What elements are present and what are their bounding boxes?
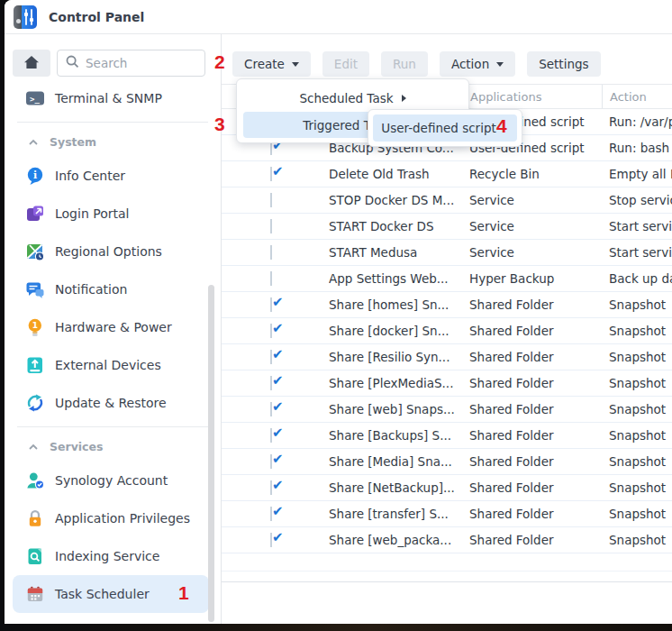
hardware-power-icon: 1	[25, 317, 45, 337]
table-row[interactable]: ✔Share [Resilio Syn...Shared FolderSnaps…	[222, 344, 672, 370]
sidebar-item-update-restore[interactable]: Update & Restore	[5, 384, 221, 422]
task-name-cell: START Medusa	[329, 245, 463, 260]
sidebar-item-terminal[interactable]: >_Terminal & SNMP	[5, 79, 221, 117]
table-row[interactable]: ✔Share [NetBackup]...Shared FolderSnapsh…	[222, 475, 672, 501]
checkmark-icon: ✔	[272, 376, 284, 389]
table-row[interactable]: START Docker DSServiceStart servic	[222, 214, 672, 240]
task-application-cell: Shared Folder	[463, 507, 602, 521]
sidebar-section-system: System	[5, 126, 221, 157]
task-checkbox[interactable]: ✔	[270, 507, 272, 521]
search-input[interactable]	[86, 56, 189, 70]
table-row[interactable]: App Settings Web...Hyper BackupBack up d…	[222, 266, 672, 292]
table-row[interactable]: ✔Share [PlexMediaS...Shared FolderSnapsh…	[222, 370, 672, 397]
terminal-icon: >_	[25, 88, 45, 108]
task-action-cell: Snapshot	[602, 376, 672, 390]
row-checkbox-cell: ✔	[222, 454, 329, 469]
toolbar-button-label: Settings	[539, 57, 588, 71]
task-checkbox[interactable]	[270, 219, 272, 233]
sidebar-item-regional-options[interactable]: Regional Options	[5, 233, 221, 270]
task-action-cell: Run: bash /	[602, 141, 672, 155]
sidebar-scrollbar-thumb[interactable]	[208, 285, 214, 622]
task-checkbox[interactable]: ✔	[270, 167, 272, 181]
task-name-cell: Share [web] Snaps...	[329, 402, 463, 416]
annotation-number-2: 2	[214, 51, 225, 73]
application-privileges-icon	[25, 508, 45, 528]
window-title: Control Panel	[49, 10, 144, 24]
create-button[interactable]: Create	[232, 51, 311, 77]
table-row[interactable]: STOP Docker DS M...ServiceStop servic	[222, 187, 672, 214]
task-checkbox[interactable]: ✔	[270, 324, 272, 338]
table-row[interactable]: ✔Share [transfer] S...Shared FolderSnaps…	[222, 501, 672, 527]
sidebar-item-external-devices[interactable]: External Devices	[5, 346, 221, 384]
home-button[interactable]	[13, 50, 50, 77]
task-action-cell: Snapshot	[602, 480, 672, 495]
window-titlebar: Control Panel	[5, 0, 672, 34]
task-action-cell: Snapshot	[602, 350, 672, 364]
column-header: Applications	[463, 85, 602, 108]
task-action-cell: Snapshot	[602, 428, 672, 443]
table-row[interactable]: ✔Share [homes] Sn...Shared FolderSnapsho…	[222, 292, 672, 318]
task-checkbox[interactable]: ✔	[270, 480, 272, 495]
checkmark-icon: ✔	[272, 454, 284, 467]
table-row[interactable]: ✔Share [docker] Sn...Shared FolderSnapsh…	[222, 318, 672, 344]
chevron-down-icon	[496, 62, 504, 67]
checkmark-icon: ✔	[272, 480, 284, 493]
table-row[interactable]: ✔Share [Media] Sna...Shared FolderSnapsh…	[222, 449, 672, 475]
task-checkbox[interactable]	[270, 193, 272, 207]
task-checkbox[interactable]: ✔	[270, 533, 272, 547]
sidebar-item-label: Regional Options	[55, 244, 162, 259]
control-panel-icon	[14, 5, 37, 29]
task-checkbox[interactable]: ✔	[270, 454, 272, 469]
search-box	[57, 50, 205, 77]
checkmark-icon: ✔	[272, 350, 284, 362]
sidebar-item-label: Login Portal	[55, 206, 129, 221]
sidebar-item-hardware-power[interactable]: 1Hardware & Power	[5, 308, 221, 346]
task-checkbox[interactable]: ✔	[270, 428, 272, 443]
table-footer-line	[222, 571, 672, 572]
task-checkbox[interactable]: ✔	[270, 376, 272, 390]
task-name-cell: Delete Old Trash	[329, 167, 463, 181]
sidebar-divider	[17, 426, 208, 427]
action-button[interactable]: Action	[440, 51, 515, 77]
sidebar-item-application-privileges[interactable]: Application Privileges	[5, 499, 221, 537]
task-name-cell: Share [Backups] S...	[329, 428, 463, 443]
sidebar-item-notification[interactable]: Notification	[5, 270, 221, 308]
task-name-cell: Share [Media] Sna...	[329, 454, 463, 469]
task-application-cell: Service	[463, 245, 602, 260]
table-row[interactable]: ✔Share [Backups] S...Shared FolderSnapsh…	[222, 423, 672, 449]
table-row[interactable]: ✔Share [web] Snaps...Shared FolderSnapsh…	[222, 397, 672, 423]
regional-options-icon	[25, 242, 45, 261]
sidebar-item-info-center[interactable]: iInfo Center	[5, 157, 221, 195]
sidebar-item-login-portal[interactable]: Login Portal	[5, 195, 221, 233]
table-row[interactable]: ✔Delete Old TrashRecycle BinEmpty all R	[222, 161, 672, 187]
task-application-cell: Hyper Backup	[463, 271, 602, 286]
task-checkbox[interactable]: ✔	[270, 350, 272, 364]
sidebar-item-label: Update & Restore	[55, 396, 167, 410]
menu-item-scheduled-task[interactable]: Scheduled Task	[243, 85, 462, 111]
row-checkbox-cell: ✔	[222, 507, 329, 521]
task-checkbox[interactable]: ✔	[270, 402, 272, 416]
menu-item-user-defined-script[interactable]: User-defined script	[373, 114, 517, 142]
table-row[interactable]: ✔Share [web_packa...Shared FolderSnapsho…	[222, 527, 672, 553]
task-application-cell: Recycle Bin	[463, 167, 602, 181]
task-name-cell: Share [Resilio Syn...	[329, 350, 463, 364]
task-checkbox[interactable]	[270, 245, 272, 260]
submenu-item-label: User-defined script	[381, 121, 496, 135]
run-button: Run	[381, 51, 428, 77]
checkmark-icon: ✔	[272, 507, 284, 519]
edit-button: Edit	[322, 51, 369, 77]
settings-button[interactable]: Settings	[527, 51, 600, 77]
update-restore-icon	[25, 393, 45, 413]
task-name-cell: Share [homes] Sn...	[329, 297, 463, 312]
sidebar-item-indexing-service[interactable]: Indexing Service	[5, 537, 221, 575]
table-row[interactable]: START MedusaServiceStart servic	[222, 240, 672, 266]
task-table: ApplicationsAction User-defined scriptRu…	[222, 84, 672, 553]
sidebar-item-synology-account[interactable]: Synology Account	[5, 462, 221, 499]
task-checkbox[interactable]: ✔	[270, 297, 272, 312]
task-checkbox[interactable]	[270, 271, 272, 286]
external-devices-icon	[25, 355, 45, 375]
home-icon	[23, 55, 40, 72]
chevron-up-icon	[28, 135, 39, 149]
sidebar-divider	[17, 122, 208, 123]
login-portal-icon	[25, 204, 45, 224]
